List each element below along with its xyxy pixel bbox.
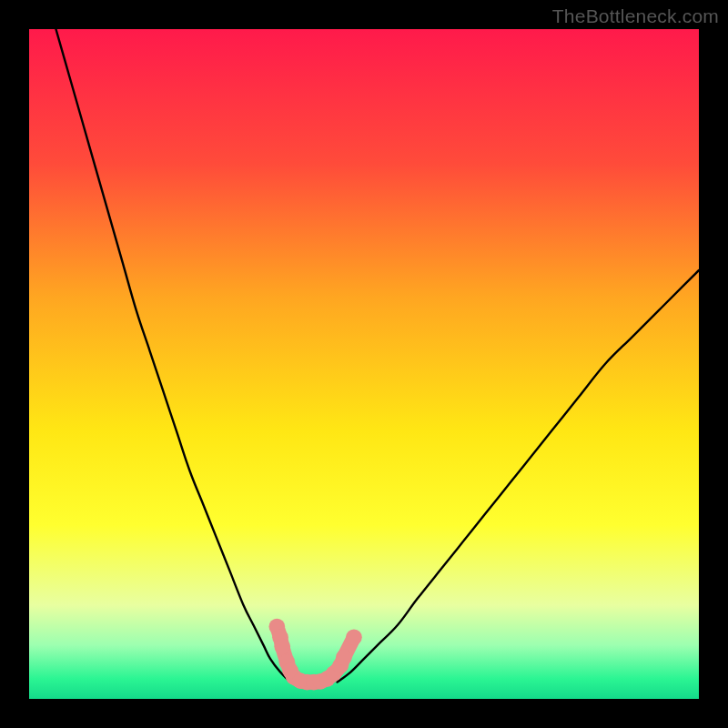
valley-dot — [274, 639, 290, 655]
watermark-text: TheBottleneck.com — [552, 5, 719, 27]
chart-frame: TheBottleneck.com — [0, 0, 728, 728]
valley-dot — [346, 629, 362, 645]
plot-area — [29, 29, 699, 699]
chart-svg — [29, 29, 699, 699]
gradient-background — [29, 29, 699, 699]
valley-dot — [336, 650, 352, 666]
